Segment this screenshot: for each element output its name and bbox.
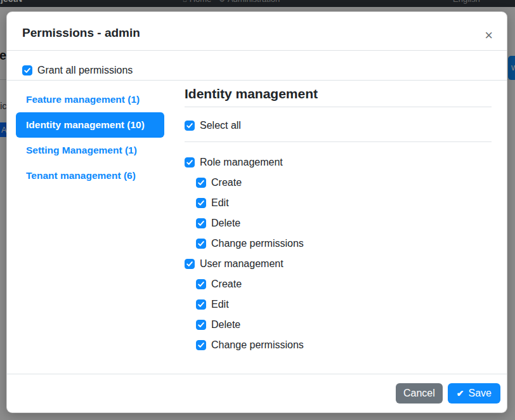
permission-row: Change permissions	[196, 335, 492, 355]
permission-checkbox[interactable]	[196, 178, 206, 188]
select-all-checkbox[interactable]	[185, 121, 195, 131]
tab-setting-management-1[interactable]: Setting Management (1)	[16, 138, 164, 163]
permission-label[interactable]: Change permissions	[211, 238, 304, 249]
permission-checkbox[interactable]	[196, 279, 206, 289]
permission-row: Edit	[196, 294, 492, 315]
divider	[185, 107, 492, 107]
select-all-row: Select all	[185, 120, 492, 131]
permission-row: Create	[196, 173, 492, 193]
permission-label[interactable]: Change permissions	[211, 339, 304, 351]
permission-row: Role management	[185, 152, 492, 173]
modal-header: Permissions - admin ×	[7, 12, 507, 51]
permission-label[interactable]: Delete	[211, 218, 240, 229]
permission-row: Delete	[196, 213, 492, 233]
permission-label[interactable]: Edit	[211, 197, 229, 209]
permission-panel: Identity management Select all Role mana…	[185, 87, 492, 355]
permission-label[interactable]: Create	[211, 177, 242, 188]
permissions-modal: Permissions - admin × Grant all permissi…	[6, 11, 507, 413]
panel-heading: Identity management	[185, 86, 492, 102]
modal-title: Permissions - admin	[22, 26, 492, 40]
save-label: Save	[469, 388, 492, 399]
grant-all-label[interactable]: Grant all permissions	[37, 65, 133, 76]
modal-body: Grant all permissions Feature management…	[7, 51, 507, 374]
permission-checkbox[interactable]	[196, 340, 206, 350]
permission-label[interactable]: Edit	[211, 299, 229, 310]
divider	[7, 80, 507, 81]
tab-tenant-management-6[interactable]: Tenant management (6)	[16, 163, 164, 188]
permission-row: Edit	[196, 193, 492, 213]
modal-footer: Cancel ✔ Save	[7, 374, 507, 412]
permission-checkbox[interactable]	[185, 259, 195, 269]
permission-row: Change permissions	[196, 233, 492, 254]
tab-feature-management-1[interactable]: Feature management (1)	[16, 87, 164, 112]
permission-label[interactable]: Create	[211, 279, 242, 290]
check-icon: ✔	[457, 388, 464, 398]
close-icon[interactable]: ×	[485, 29, 493, 43]
permission-row: Delete	[196, 315, 492, 335]
permission-row: Create	[196, 274, 492, 294]
permission-label[interactable]: User management	[200, 258, 284, 270]
grant-all-checkbox[interactable]	[22, 65, 32, 75]
permission-checkbox[interactable]	[196, 218, 206, 228]
permission-checkbox[interactable]	[196, 320, 206, 330]
permission-label[interactable]: Role management	[200, 157, 283, 168]
grant-all-row: Grant all permissions	[22, 65, 492, 76]
save-button[interactable]: ✔ Save	[448, 383, 500, 404]
permission-row: User management	[185, 254, 492, 274]
cancel-button[interactable]: Cancel	[396, 383, 443, 404]
divider	[185, 141, 492, 142]
tab-identity-management-10[interactable]: Identity management (10)	[16, 112, 164, 138]
permission-checkbox[interactable]	[196, 299, 206, 310]
permission-checkbox[interactable]	[185, 157, 195, 167]
permission-tree: Role managementCreateEditDeleteChange pe…	[185, 152, 492, 355]
permission-label[interactable]: Delete	[211, 319, 240, 331]
permission-checkbox[interactable]	[196, 239, 206, 249]
permission-checkbox[interactable]	[196, 198, 206, 208]
permission-group-tabs: Feature management (1)Identity managemen…	[16, 87, 164, 355]
select-all-label[interactable]: Select all	[200, 120, 241, 131]
